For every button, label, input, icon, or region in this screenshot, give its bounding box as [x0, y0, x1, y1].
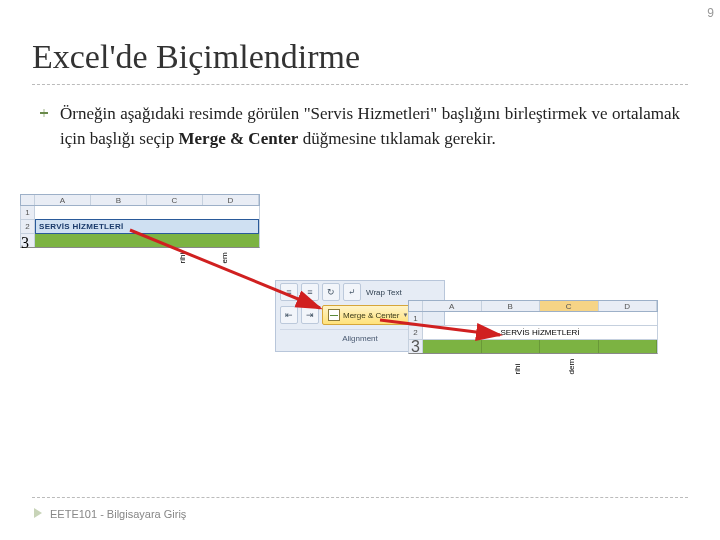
selected-cells: SERVİS HİZMETLERİ: [35, 219, 259, 234]
col-a-2: A: [423, 301, 482, 311]
page-number: 9: [707, 6, 714, 20]
col-b-2: B: [482, 301, 541, 311]
row2-1: 1: [408, 312, 658, 326]
row-num-1: 1: [21, 206, 35, 219]
vlabel-1: rihi: [178, 252, 187, 264]
row2-2-merged: 2 SERVİS HİZMETLERİ: [408, 326, 658, 340]
col-c-2: C: [540, 301, 599, 311]
wrap-text-label: Wrap Text: [366, 288, 402, 297]
corner-cell-2: [409, 301, 423, 311]
merged-cell: SERVİS HİZMETLERİ: [423, 326, 657, 339]
merge-center-button[interactable]: Merge & Center ▼: [322, 305, 414, 325]
slide-title: Excel'de Biçimlendirme: [32, 38, 360, 76]
vlabel-2: em: [220, 252, 229, 264]
row-2-selected: 2 SERVİS HİZMETLERİ: [20, 220, 260, 234]
body-paragraph: Örneğin aşağıdaki resimde görülen "Servi…: [60, 102, 680, 151]
row-num-3: 3: [21, 234, 35, 247]
footer-text: EETE101 - Bilgisayara Giriş: [50, 508, 186, 520]
excel-before-screenshot: A B C D 1 2 SERVİS HİZMETLERİ 3 rihi em: [20, 194, 260, 248]
align-top-icon[interactable]: ≡: [280, 283, 298, 301]
body-text-2: düğmesine tıklamak gerekir.: [298, 129, 495, 148]
merge-icon: [328, 309, 340, 321]
col-b: B: [91, 195, 147, 205]
wrap-text-button[interactable]: ⤶: [343, 283, 361, 301]
bullet-icon: [40, 108, 50, 118]
title-divider: [32, 84, 688, 85]
row-3-green: 3: [20, 234, 260, 248]
body-text-bold: Merge & Center: [179, 129, 299, 148]
col-c: C: [147, 195, 203, 205]
excel-after-screenshot: A B C D 1 2 SERVİS HİZMETLERİ 3 rihi dem: [408, 300, 658, 354]
row-1: 1: [20, 206, 260, 220]
footer-divider: [32, 497, 688, 498]
orientation-icon[interactable]: ↻: [322, 283, 340, 301]
row2-3-green: 3: [408, 340, 658, 354]
increase-indent-icon[interactable]: ⇥: [301, 306, 319, 324]
col-a: A: [35, 195, 91, 205]
col-d-2: D: [599, 301, 658, 311]
align-middle-icon[interactable]: ≡: [301, 283, 319, 301]
footer-triangle-icon: [34, 508, 42, 518]
vlabel2-1: rihi: [513, 361, 522, 375]
decrease-indent-icon[interactable]: ⇤: [280, 306, 298, 324]
col-d: D: [203, 195, 259, 205]
merge-center-label: Merge & Center: [343, 311, 399, 320]
column-headers-2: A B C D: [408, 300, 658, 312]
truncated-labels-2: rihi dem: [510, 363, 578, 372]
corner-cell: [21, 195, 35, 205]
row-num-2: 2: [21, 220, 35, 233]
column-headers: A B C D: [20, 194, 260, 206]
vlabel2-2: dem: [567, 361, 576, 375]
truncated-labels: rihi em: [176, 253, 230, 262]
